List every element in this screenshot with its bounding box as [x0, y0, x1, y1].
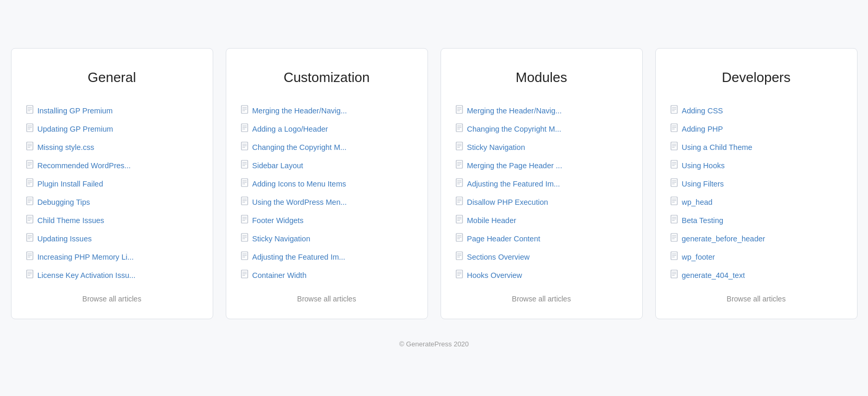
article-link[interactable]: Hooks Overview [467, 271, 523, 279]
list-item: Adding a Logo/Header [241, 120, 413, 138]
article-link[interactable]: Changing the Copyright M... [252, 143, 347, 152]
doc-icon [456, 160, 463, 171]
card-modules: Modules Merging the Header/Navig... Chan… [441, 48, 643, 319]
browse-all-developers[interactable]: Browse all articles [670, 295, 842, 303]
article-link[interactable]: Child Theme Issues [38, 216, 105, 225]
article-link[interactable]: Container Width [252, 271, 307, 279]
article-link[interactable]: License Key Activation Issu... [38, 271, 136, 279]
doc-icon [456, 142, 463, 153]
article-link[interactable]: wp_footer [682, 253, 715, 261]
article-link[interactable]: Updating GP Premium [38, 125, 113, 133]
doc-icon [670, 123, 678, 134]
article-link[interactable]: Sections Overview [467, 253, 530, 261]
article-link[interactable]: wp_head [682, 198, 713, 206]
list-item: generate_before_header [670, 229, 842, 248]
doc-icon [670, 105, 678, 116]
list-item: Sticky Navigation [456, 138, 628, 156]
list-item: Updating Issues [26, 229, 198, 248]
article-link[interactable]: Updating Issues [38, 235, 92, 243]
article-list-developers: Adding CSS Adding PHP Using a Child Them… [670, 101, 842, 284]
article-link[interactable]: Adjusting the Featured Im... [467, 180, 560, 188]
article-link[interactable]: Merging the Header/Navig... [252, 107, 347, 115]
list-item: Adding CSS [670, 101, 842, 120]
list-item: Plugin Install Failed [26, 174, 198, 193]
doc-icon [670, 142, 678, 153]
browse-all-customization[interactable]: Browse all articles [241, 295, 413, 303]
card-developers: Developers Adding CSS Adding PHP Using a… [655, 48, 858, 319]
article-link[interactable]: Changing the Copyright M... [467, 125, 562, 133]
article-link[interactable]: Mobile Header [467, 216, 516, 225]
article-link[interactable]: Adding PHP [682, 125, 723, 133]
card-customization: Customization Merging the Header/Navig..… [226, 48, 428, 319]
doc-icon [241, 142, 248, 153]
article-link[interactable]: Beta Testing [682, 216, 724, 225]
article-link[interactable]: Sticky Navigation [467, 143, 525, 152]
list-item: Child Theme Issues [26, 211, 198, 229]
list-item: Sidebar Layout [241, 156, 413, 174]
list-item: License Key Activation Issu... [26, 266, 198, 284]
article-link[interactable]: Adjusting the Featured Im... [252, 253, 345, 261]
doc-icon [241, 160, 248, 171]
list-item: Page Header Content [456, 229, 628, 248]
doc-icon [456, 105, 463, 116]
article-link[interactable]: Recommended WordPres... [38, 161, 131, 170]
article-link[interactable]: Page Header Content [467, 235, 540, 243]
card-title-customization: Customization [241, 69, 413, 86]
doc-icon [26, 233, 33, 244]
doc-icon [241, 251, 248, 262]
card-title-general: General [26, 69, 198, 86]
doc-icon [670, 196, 678, 207]
article-link[interactable]: Merging the Page Header ... [467, 161, 562, 170]
doc-icon [670, 270, 678, 281]
doc-icon [241, 233, 248, 244]
article-link[interactable]: Sticky Navigation [252, 235, 310, 243]
article-link[interactable]: Using a Child Theme [682, 143, 753, 152]
article-link[interactable]: generate_before_header [682, 235, 766, 243]
cards-container: General Installing GP Premium Updating G… [11, 48, 858, 319]
list-item: Adjusting the Featured Im... [456, 174, 628, 193]
article-link[interactable]: Using Hooks [682, 161, 725, 170]
doc-icon [456, 178, 463, 189]
list-item: Using Hooks [670, 156, 842, 174]
article-link[interactable]: Missing style.css [38, 143, 95, 152]
doc-icon [670, 233, 678, 244]
list-item: Merging the Header/Navig... [241, 101, 413, 120]
article-link[interactable]: generate_404_text [682, 271, 745, 279]
article-link[interactable]: Debugging Tips [38, 198, 90, 206]
article-link[interactable]: Plugin Install Failed [38, 180, 103, 188]
article-link[interactable]: Increasing PHP Memory Li... [38, 253, 134, 261]
list-item: Using the WordPress Men... [241, 193, 413, 211]
article-link[interactable]: Footer Widgets [252, 216, 304, 225]
article-list-modules: Merging the Header/Navig... Changing the… [456, 101, 628, 284]
article-link[interactable]: Disallow PHP Execution [467, 198, 548, 206]
doc-icon [670, 178, 678, 189]
article-list-customization: Merging the Header/Navig... Adding a Log… [241, 101, 413, 284]
doc-icon [26, 178, 33, 189]
browse-all-modules[interactable]: Browse all articles [456, 295, 628, 303]
article-link[interactable]: Adding Icons to Menu Items [252, 180, 346, 188]
list-item: Sections Overview [456, 248, 628, 266]
doc-icon [456, 215, 463, 226]
browse-all-general[interactable]: Browse all articles [26, 295, 198, 303]
doc-icon [456, 196, 463, 207]
list-item: Changing the Copyright M... [456, 120, 628, 138]
doc-icon [670, 215, 678, 226]
list-item: Increasing PHP Memory Li... [26, 248, 198, 266]
list-item: Recommended WordPres... [26, 156, 198, 174]
article-link[interactable]: Merging the Header/Navig... [467, 107, 562, 115]
doc-icon [456, 251, 463, 262]
article-link[interactable]: Adding CSS [682, 107, 723, 115]
list-item: Adding Icons to Menu Items [241, 174, 413, 193]
article-list-general: Installing GP Premium Updating GP Premiu… [26, 101, 198, 284]
article-link[interactable]: Sidebar Layout [252, 161, 304, 170]
article-link[interactable]: Installing GP Premium [38, 107, 113, 115]
doc-icon [456, 233, 463, 244]
doc-icon [26, 270, 33, 281]
card-general: General Installing GP Premium Updating G… [11, 48, 213, 319]
article-link[interactable]: Adding a Logo/Header [252, 125, 328, 133]
list-item: generate_404_text [670, 266, 842, 284]
doc-icon [26, 123, 33, 134]
list-item: Mobile Header [456, 211, 628, 229]
article-link[interactable]: Using the WordPress Men... [252, 198, 347, 206]
article-link[interactable]: Using Filters [682, 180, 724, 188]
